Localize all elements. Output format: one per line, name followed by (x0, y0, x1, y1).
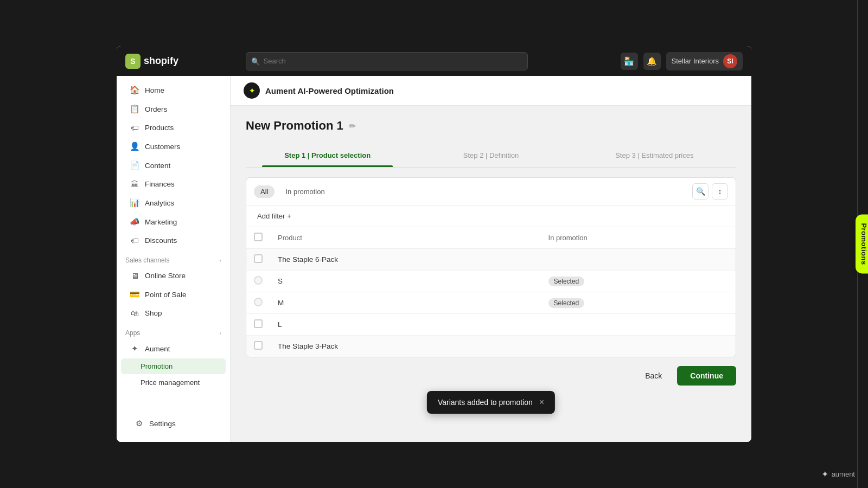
sidebar-nav: 🏠 Home 📋 Orders 🏷 Products 👤 Customers (117, 76, 230, 409)
online-store-icon: 🖥 (130, 271, 139, 280)
shopify-logo-icon: S (125, 54, 141, 69)
sidebar-item-label: Promotion (141, 362, 173, 370)
app-header-title: Aument AI-Powered Optimization (265, 86, 394, 95)
edit-title-button[interactable]: ✏ (349, 121, 356, 131)
variant-in-promotion-l (541, 314, 736, 336)
aument-brand-label: aument (832, 470, 855, 478)
top-bar-right: 🏪 🔔 Stellar Interiors SI (621, 52, 743, 70)
sidebar-item-label: Orders (145, 105, 167, 113)
promotions-floating-tab[interactable]: Promotions (856, 214, 868, 273)
sidebar-item-label: Content (145, 162, 170, 170)
variant-in-promotion-s: Selected (541, 271, 736, 292)
sidebar-settings: ⚙ Settings (117, 409, 230, 442)
sidebar-item-analytics[interactable]: 📊 Analytics (121, 194, 226, 212)
row-checkbox-s[interactable] (254, 276, 263, 285)
step-3[interactable]: Step 3 | Estimated prices (573, 146, 736, 167)
variant-name-l: L (270, 314, 541, 336)
table-row: The Staple 6-Pack (246, 249, 736, 271)
sidebar-item-label: Finances (145, 180, 175, 188)
apps-section: Apps › (117, 323, 230, 339)
toast-notification: Variants added to promotion × (427, 391, 555, 414)
sidebar-item-shop[interactable]: 🛍 Shop (121, 304, 226, 322)
tab-in-promotion[interactable]: In promotion (279, 185, 331, 198)
sidebar: 🏠 Home 📋 Orders 🏷 Products 👤 Customers (117, 76, 231, 442)
variant-name-s: S (270, 271, 541, 292)
row-checkbox-m[interactable] (254, 298, 263, 306)
sidebar-item-discounts[interactable]: 🏷 Discounts (121, 232, 226, 249)
select-all-checkbox[interactable] (254, 233, 263, 241)
sidebar-item-customers[interactable]: 👤 Customers (121, 137, 226, 156)
add-filter-button[interactable]: Add filter + (254, 210, 295, 222)
sidebar-item-settings[interactable]: ⚙ Settings (125, 414, 221, 433)
aument-star-icon: ✦ (821, 469, 828, 479)
analytics-icon: 📊 (130, 198, 139, 208)
sidebar-item-content[interactable]: 📄 Content (121, 156, 226, 175)
orders-icon: 📋 (130, 104, 139, 114)
sidebar-item-label: Online Store (145, 272, 186, 280)
toast-close-button[interactable]: × (539, 397, 544, 407)
page-content: New Promotion 1 ✏ Step 1 | Product selec… (231, 106, 751, 442)
sidebar-item-orders[interactable]: 📋 Orders (121, 100, 226, 118)
content-icon: 📄 (130, 160, 139, 170)
discounts-icon: 🏷 (130, 236, 139, 245)
row-checkbox-staple6[interactable] (254, 254, 263, 263)
product-name-staple3: The Staple 3-Pack (270, 336, 541, 357)
search-input[interactable] (246, 52, 528, 70)
main-content: ✦ Aument AI-Powered Optimization New Pro… (231, 76, 751, 442)
chevron-icon: › (219, 257, 221, 264)
sidebar-item-price-management[interactable]: Price management (121, 375, 226, 390)
plus-icon: + (287, 212, 291, 220)
aument-branding: ✦ aument (821, 469, 855, 479)
user-menu[interactable]: Stellar Interiors SI (666, 52, 743, 70)
sidebar-item-label: Analytics (145, 199, 174, 207)
user-avatar: SI (723, 54, 737, 68)
row-checkbox-l[interactable] (254, 319, 263, 328)
app-header: ✦ Aument AI-Powered Optimization (231, 76, 751, 106)
row-checkbox-staple3[interactable] (254, 341, 263, 350)
step-1[interactable]: Step 1 | Product selection (246, 146, 409, 167)
products-icon: 🏷 (130, 123, 139, 132)
step-2[interactable]: Step 2 | Definition (409, 146, 572, 167)
search-filter-button[interactable]: 🔍 (692, 183, 709, 200)
finances-icon: 🏛 (130, 179, 139, 189)
shopify-logo: S shopify (125, 54, 196, 69)
sidebar-item-home[interactable]: 🏠 Home (121, 81, 226, 99)
variant-in-promotion-m: Selected (541, 292, 736, 314)
sidebar-item-products[interactable]: 🏷 Products (121, 119, 226, 137)
th-checkbox (246, 227, 270, 249)
shop-icon: 🛍 (130, 309, 139, 318)
sidebar-item-marketing[interactable]: 📣 Marketing (121, 213, 226, 231)
page-title: New Promotion 1 (246, 119, 343, 133)
th-in-promotion: In promotion (541, 227, 736, 249)
sort-button[interactable]: ↕ (712, 183, 728, 200)
sidebar-item-finances[interactable]: 🏛 Finances (121, 175, 226, 193)
sidebar-item-label: Aument (145, 345, 170, 353)
sidebar-item-point-of-sale[interactable]: 💳 Point of Sale (121, 285, 226, 304)
sidebar-item-online-store[interactable]: 🖥 Online Store (121, 267, 226, 285)
store-icon-button[interactable]: 🏪 (621, 53, 638, 70)
notification-icon-button[interactable]: 🔔 (643, 53, 661, 70)
product-card: All In promotion 🔍 ↕ Add filter + (246, 177, 736, 357)
table-toolbar: All In promotion 🔍 ↕ (246, 178, 736, 206)
filter-row: Add filter + (246, 206, 736, 227)
sidebar-item-aument[interactable]: ✦ Aument (121, 339, 226, 358)
sidebar-item-label: Marketing (145, 218, 177, 226)
settings-icon: ⚙ (134, 419, 144, 428)
sidebar-item-label: Settings (149, 420, 176, 428)
sidebar-item-label: Customers (145, 143, 180, 151)
th-product: Product (270, 227, 541, 249)
search-icon: 🔍 (251, 57, 260, 65)
sidebar-item-promotion[interactable]: Promotion (121, 358, 226, 374)
sidebar-item-label: Discounts (145, 236, 177, 245)
steps-row: Step 1 | Product selection Step 2 | Defi… (246, 146, 736, 168)
customers-icon: 👤 (130, 142, 139, 151)
back-button[interactable]: Back (637, 367, 669, 384)
product-table: Product In promotion The (246, 227, 736, 357)
toast-message: Variants added to promotion (438, 398, 533, 407)
table-header-row: Product In promotion (246, 227, 736, 249)
search-bar-wrap: 🔍 (246, 52, 528, 70)
tab-all[interactable]: All (254, 185, 275, 198)
table-row: M Selected (246, 292, 736, 314)
user-name: Stellar Interiors (672, 57, 719, 65)
continue-button[interactable]: Continue (677, 366, 736, 386)
